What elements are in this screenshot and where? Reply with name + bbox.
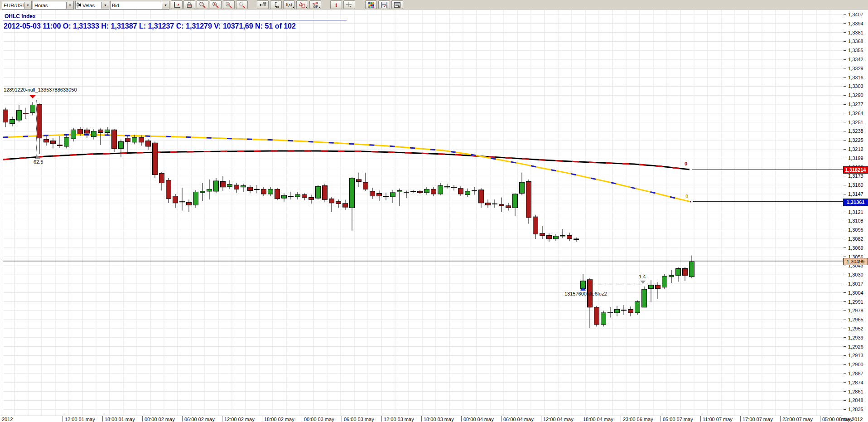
- draw-shapes-button[interactable]: [296, 0, 308, 9]
- candle: [10, 116, 15, 126]
- candle: [193, 190, 198, 208]
- chart-axes-button[interactable]: [171, 0, 183, 9]
- zoom-out-button[interactable]: [223, 0, 235, 9]
- candle: [479, 188, 484, 208]
- candle: [58, 136, 63, 148]
- ma-fast-end-label: 0: [685, 194, 688, 199]
- price-tick: [844, 104, 846, 105]
- timeframe-combo[interactable]: Horas ▼: [33, 1, 74, 10]
- price-tick-label: 1,3238: [848, 128, 863, 134]
- candle: [180, 188, 185, 210]
- price-tick: [844, 346, 846, 347]
- lock-button[interactable]: [183, 0, 195, 9]
- candle: [214, 178, 219, 194]
- candle: [526, 179, 531, 223]
- candle: [622, 305, 627, 315]
- price-tick: [844, 230, 846, 230]
- trading-app-window: EUR/USD ▼ Horas ▼ Velas ▼ Bid ▼: [0, 0, 868, 422]
- zoom-edit-button[interactable]: [197, 0, 208, 9]
- chevron-down-icon[interactable]: ▼: [162, 2, 169, 9]
- candle: [533, 215, 538, 239]
- price-tick: [844, 275, 846, 275]
- indicators-button[interactable]: f(x): [283, 0, 295, 9]
- candle: [343, 200, 348, 210]
- fit-height-icon: [272, 1, 280, 9]
- fit-width-icon: [259, 1, 266, 9]
- chart-title: OHLC Index: [5, 13, 36, 19]
- price-tick-label: 1,2965: [848, 317, 863, 322]
- trade2-result-value: 1.4: [639, 274, 646, 279]
- price-tick: [844, 41, 846, 42]
- crosshair-button[interactable]: [343, 0, 355, 9]
- candle: [261, 187, 266, 196]
- price-tick: [844, 355, 846, 356]
- price-tick: [844, 301, 846, 302]
- toolbar: EUR/USD ▼ Horas ▼ Velas ▼ Bid ▼: [0, 0, 868, 10]
- chart-plot-area[interactable]: [0, 10, 843, 416]
- price-tick-label: 1,3017: [848, 281, 863, 286]
- candle: [642, 286, 647, 307]
- candle: [200, 183, 205, 201]
- price-tick: [844, 86, 846, 87]
- price-tick-label: 1,2848: [848, 398, 863, 403]
- price-tick-label: 1,3251: [848, 120, 863, 125]
- window-layout-button[interactable]: [391, 0, 403, 9]
- price-tick-label: 1,2874: [848, 380, 863, 385]
- candlestick-icon: [77, 2, 81, 9]
- candle: [173, 194, 178, 208]
- crosshair-icon: [346, 1, 353, 9]
- candle: [323, 184, 328, 202]
- time-tick: [381, 416, 382, 422]
- candle: [24, 108, 29, 119]
- price-tick-label: 1,3069: [848, 245, 863, 251]
- chevron-down-icon[interactable]: ▼: [66, 2, 73, 9]
- candle: [431, 187, 436, 196]
- candle: [248, 185, 253, 193]
- candle: [499, 198, 504, 212]
- candle: [540, 226, 545, 239]
- fit-height-button[interactable]: [270, 0, 282, 9]
- candle: [452, 185, 457, 190]
- price-tick-label: 1,2991: [848, 299, 863, 305]
- time-tick: [501, 416, 502, 422]
- gridlines: [3, 10, 843, 416]
- timeframe-combo-value: Horas: [33, 3, 66, 8]
- candle: [159, 172, 164, 190]
- time-axis-year-label: 2012: [2, 417, 13, 422]
- candle: [350, 177, 355, 231]
- price-level-badge: 1,30499: [843, 258, 868, 265]
- candle: [302, 193, 307, 200]
- chart-type-combo[interactable]: Velas ▼: [75, 1, 109, 10]
- fit-width-button[interactable]: [257, 0, 269, 9]
- trade1-exit-triangle-up-icon: [35, 155, 40, 159]
- zoom-in-button[interactable]: [210, 0, 222, 9]
- zoom-selection-button[interactable]: [236, 0, 248, 9]
- price-tick: [844, 382, 846, 383]
- price-side-combo[interactable]: Bid ▼: [110, 1, 169, 10]
- candle: [139, 136, 144, 146]
- candle: [377, 190, 382, 201]
- price-tick-label: 1,3264: [848, 111, 863, 116]
- time-tick-label: 18:00 03 may: [424, 417, 454, 422]
- candle: [221, 176, 226, 191]
- candle: [187, 199, 192, 212]
- chevron-down-icon[interactable]: ▼: [101, 2, 109, 9]
- candle: [594, 306, 599, 327]
- ma-fast-line: [3, 135, 691, 202]
- price-tick-label: 1,2978: [848, 308, 863, 313]
- info-button[interactable]: i: [330, 0, 342, 9]
- candlestick-plot[interactable]: [0, 10, 843, 416]
- chevron-down-icon[interactable]: ▼: [24, 2, 31, 9]
- time-tick-label: 12:00 01 may: [65, 417, 95, 422]
- save-chart-button[interactable]: [378, 0, 390, 9]
- time-tick: [820, 416, 820, 422]
- window-icon: [394, 1, 401, 9]
- graphic-functions-button[interactable]: GF: [309, 0, 321, 9]
- price-tick: [844, 247, 846, 248]
- candle: [119, 140, 124, 157]
- time-tick: [621, 416, 621, 422]
- price-tick-label: 1,2835: [848, 407, 863, 412]
- palette-icon: [368, 2, 374, 8]
- symbol-combo[interactable]: EUR/USD ▼: [2, 1, 32, 10]
- palette-button[interactable]: [365, 0, 377, 9]
